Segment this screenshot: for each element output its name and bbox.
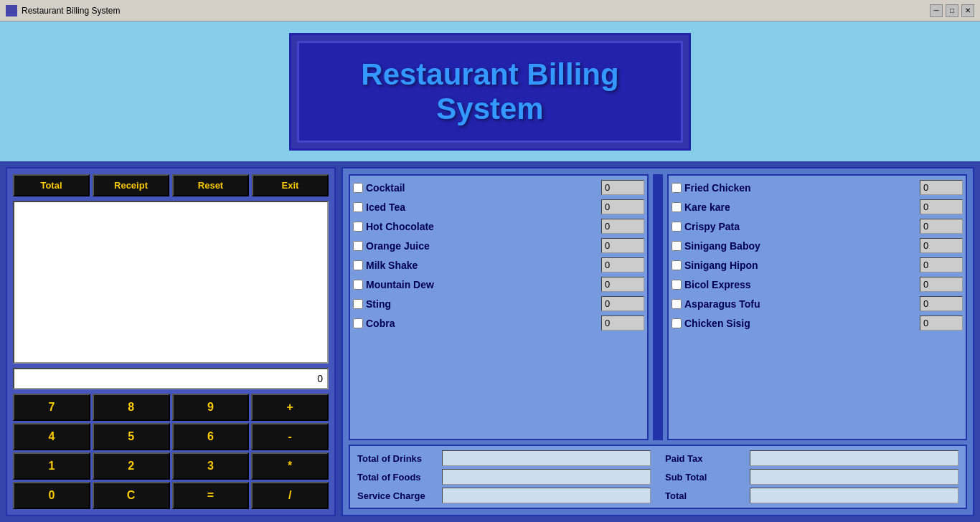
mountain-dew-input[interactable] bbox=[601, 277, 644, 292]
orange-juice-input[interactable] bbox=[601, 238, 644, 253]
crispy-pata-input[interactable] bbox=[920, 219, 963, 234]
sub-total-input[interactable] bbox=[750, 469, 958, 485]
mountain-dew-label: Mountain Dew bbox=[366, 279, 598, 290]
total-button[interactable]: Total bbox=[13, 174, 90, 196]
calc-3[interactable]: 3 bbox=[172, 452, 250, 480]
title-bar: Restaurant Billing System ─ □ ✕ bbox=[0, 0, 980, 22]
milk-shake-label: Milk Shake bbox=[366, 260, 598, 271]
crispy-pata-label: Crispy Pata bbox=[684, 221, 917, 232]
bicol-express-label: Bicol Express bbox=[684, 279, 917, 290]
sinigang-hipon-checkbox[interactable] bbox=[672, 260, 682, 270]
app-icon bbox=[6, 5, 17, 16]
cocktail-checkbox[interactable] bbox=[353, 183, 363, 193]
calc-9[interactable]: 9 bbox=[172, 394, 250, 421]
calc-5[interactable]: 5 bbox=[93, 423, 170, 450]
title-bar-title: Restaurant Billing System bbox=[22, 6, 120, 16]
paid-tax-label: Paid Tax bbox=[665, 453, 744, 464]
cobra-label: Cobra bbox=[366, 318, 598, 329]
asparagus-tofu-checkbox[interactable] bbox=[672, 299, 682, 309]
calc-equals[interactable]: = bbox=[172, 482, 250, 509]
chicken-sisig-input[interactable] bbox=[920, 315, 963, 331]
calc-7[interactable]: 7 bbox=[13, 394, 90, 421]
total-foods-label: Total of Foods bbox=[357, 472, 436, 483]
title-bar-controls: ─ □ ✕ bbox=[930, 4, 974, 17]
service-charge-input[interactable] bbox=[442, 488, 651, 503]
drink-item-4: Milk Shake bbox=[353, 256, 644, 274]
iced-tea-label: Iced Tea bbox=[366, 201, 598, 213]
asparagus-tofu-label: Asparagus Tofu bbox=[684, 298, 917, 310]
maximize-button[interactable]: □ bbox=[946, 4, 958, 17]
crispy-pata-checkbox[interactable] bbox=[672, 222, 682, 232]
total-label: Total bbox=[665, 490, 744, 501]
paid-tax-row: Paid Tax bbox=[665, 450, 958, 466]
receipt-button[interactable]: Receipt bbox=[93, 174, 169, 196]
fried-chicken-input[interactable] bbox=[920, 180, 963, 195]
column-divider bbox=[653, 174, 663, 440]
drink-item-1: Iced Tea bbox=[353, 198, 644, 216]
calc-minus[interactable]: - bbox=[251, 423, 329, 450]
milk-shake-checkbox[interactable] bbox=[353, 260, 363, 270]
sinigang-baboy-input[interactable] bbox=[920, 238, 963, 253]
milk-shake-input[interactable] bbox=[601, 257, 644, 272]
sting-input[interactable] bbox=[601, 296, 644, 311]
calc-1[interactable]: 1 bbox=[13, 452, 90, 480]
items-section: Cocktail Iced Tea Hot Chocolate Orange J… bbox=[349, 174, 967, 440]
kare-kare-checkbox[interactable] bbox=[672, 202, 682, 212]
left-panel: Total Receipt Reset Exit 0 7 8 9 + 4 5 6… bbox=[6, 167, 336, 516]
bicol-express-input[interactable] bbox=[920, 277, 963, 292]
drink-item-7: Cobra bbox=[353, 314, 644, 332]
iced-tea-checkbox[interactable] bbox=[353, 202, 363, 212]
kare-kare-input[interactable] bbox=[920, 199, 963, 214]
calc-0[interactable]: 0 bbox=[13, 482, 90, 509]
action-button-row: Total Receipt Reset Exit bbox=[13, 174, 329, 196]
drink-item-5: Mountain Dew bbox=[353, 275, 644, 293]
calc-clear[interactable]: C bbox=[93, 482, 170, 509]
calc-6[interactable]: 6 bbox=[172, 423, 250, 450]
calc-8[interactable]: 8 bbox=[93, 394, 170, 421]
orange-juice-checkbox[interactable] bbox=[353, 241, 363, 251]
calc-2[interactable]: 2 bbox=[93, 452, 170, 480]
exit-button[interactable]: Exit bbox=[252, 174, 329, 196]
total-foods-input[interactable] bbox=[442, 469, 651, 485]
calc-plus[interactable]: + bbox=[251, 394, 329, 421]
iced-tea-input[interactable] bbox=[601, 199, 644, 214]
asparagus-tofu-input[interactable] bbox=[920, 296, 963, 311]
hot-chocolate-checkbox[interactable] bbox=[353, 222, 363, 232]
close-button[interactable]: ✕ bbox=[961, 4, 974, 17]
calc-4[interactable]: 4 bbox=[13, 423, 90, 450]
total-input[interactable] bbox=[750, 488, 958, 503]
fried-chicken-checkbox[interactable] bbox=[672, 183, 682, 193]
minimize-button[interactable]: ─ bbox=[930, 4, 943, 17]
cobra-checkbox[interactable] bbox=[353, 318, 363, 328]
right-panel: Cocktail Iced Tea Hot Chocolate Orange J… bbox=[341, 167, 974, 516]
food-item-5: Bicol Express bbox=[672, 275, 963, 293]
cobra-input[interactable] bbox=[601, 315, 644, 331]
chicken-sisig-label: Chicken Sisig bbox=[684, 318, 917, 329]
paid-tax-input[interactable] bbox=[750, 450, 958, 466]
sinigang-hipon-input[interactable] bbox=[920, 257, 963, 272]
totals-section: Total of Drinks Total of Foods Service C… bbox=[349, 445, 967, 509]
sinigang-hipon-label: Sinigang Hipon bbox=[684, 260, 917, 271]
cocktail-input[interactable] bbox=[601, 180, 644, 195]
calc-multiply[interactable]: * bbox=[251, 452, 329, 480]
total-drinks-label: Total of Drinks bbox=[357, 453, 436, 464]
receipt-display bbox=[13, 201, 329, 364]
reset-button[interactable]: Reset bbox=[172, 174, 249, 196]
bicol-express-checkbox[interactable] bbox=[672, 280, 682, 290]
chicken-sisig-checkbox[interactable] bbox=[672, 318, 682, 328]
drink-item-3: Orange Juice bbox=[353, 237, 644, 255]
calc-display: 0 bbox=[13, 368, 329, 389]
sting-checkbox[interactable] bbox=[353, 299, 363, 309]
mountain-dew-checkbox[interactable] bbox=[353, 280, 363, 290]
sinigang-baboy-label: Sinigang Baboy bbox=[684, 240, 917, 252]
service-charge-label: Service Charge bbox=[357, 490, 436, 501]
calc-divide[interactable]: / bbox=[251, 482, 329, 509]
drinks-column: Cocktail Iced Tea Hot Chocolate Orange J… bbox=[349, 174, 649, 440]
header-outer-box: Restaurant Billing System bbox=[289, 33, 691, 151]
sinigang-baboy-checkbox[interactable] bbox=[672, 241, 682, 251]
food-item-2: Crispy Pata bbox=[672, 217, 963, 235]
food-item-6: Asparagus Tofu bbox=[672, 295, 963, 313]
hot-chocolate-input[interactable] bbox=[601, 219, 644, 234]
total-drinks-input[interactable] bbox=[442, 450, 651, 466]
service-charge-row: Service Charge bbox=[357, 488, 651, 503]
